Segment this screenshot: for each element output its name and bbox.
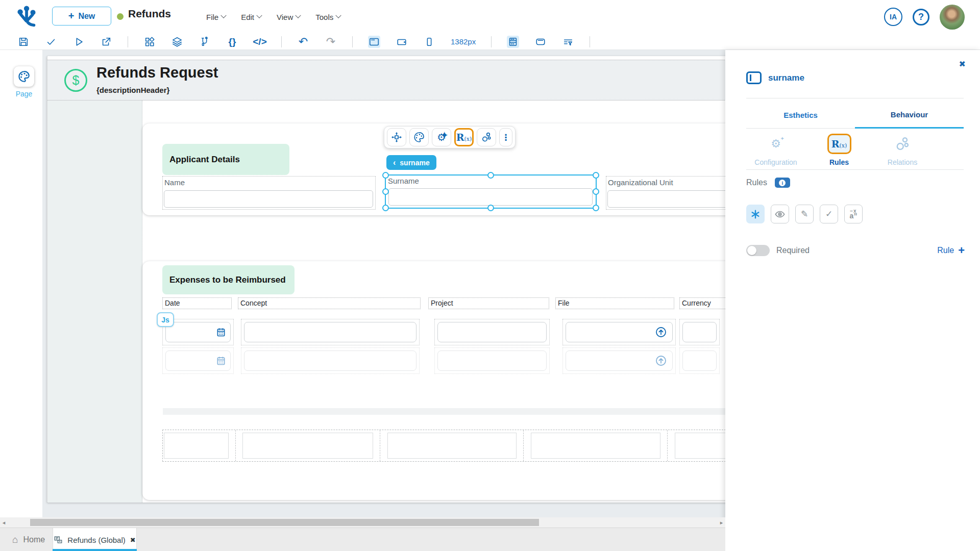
upload-icon[interactable] <box>655 326 667 338</box>
cell-date[interactable] <box>162 347 234 374</box>
empty-cell[interactable] <box>387 433 517 459</box>
cell-file[interactable] <box>562 347 676 374</box>
close-tab-icon[interactable]: ✖ <box>130 536 136 544</box>
set-value-rule-button[interactable]: −xa” <box>844 205 863 223</box>
calendar-icon[interactable] <box>216 356 226 366</box>
page-palette-button[interactable] <box>14 66 34 87</box>
currency-input[interactable] <box>682 322 717 342</box>
data-filter-icon[interactable] <box>562 36 574 48</box>
menu-file[interactable]: File <box>206 13 226 21</box>
validate-icon[interactable] <box>45 36 57 48</box>
selection-handle[interactable] <box>382 172 389 179</box>
new-button[interactable]: + New <box>52 7 111 26</box>
braces-icon[interactable]: {} <box>226 36 238 48</box>
date-input[interactable] <box>165 350 231 371</box>
edit-rule-button[interactable]: ✎ <box>795 205 814 223</box>
file-input[interactable] <box>566 350 673 371</box>
move-icon[interactable] <box>387 128 406 146</box>
tab-refunds-global[interactable]: Refunds (Global) ✖ <box>53 528 137 551</box>
menu-tools[interactable]: Tools <box>315 13 340 21</box>
field-surname-input[interactable] <box>388 188 593 206</box>
cell-project[interactable] <box>434 319 550 345</box>
subtab-configuration[interactable]: ⚙✦ Configuration <box>746 133 805 166</box>
selection-handle[interactable] <box>593 188 599 195</box>
cell-currency[interactable] <box>679 347 720 374</box>
gear-sparkle-icon[interactable]: ⚙✦ <box>432 128 451 146</box>
selection-handle[interactable] <box>382 205 389 211</box>
menu-edit[interactable]: Edit <box>241 13 261 21</box>
cell-file[interactable] <box>562 319 676 345</box>
upload-icon[interactable] <box>655 355 667 367</box>
field-name[interactable]: Name <box>162 176 376 210</box>
layers-icon[interactable] <box>171 36 183 48</box>
column-header-date[interactable]: Date <box>162 297 232 309</box>
design-canvas[interactable]: $ Refunds Request {descriptionHeader} Ap… <box>42 50 725 517</box>
column-header-currency[interactable]: Currency <box>679 297 725 309</box>
palette-icon[interactable] <box>409 128 429 146</box>
expenses-section-title[interactable]: Expenses to be Reimbursed <box>162 265 295 294</box>
code-icon[interactable]: </> <box>254 36 266 48</box>
subtab-rules[interactable]: R(x) Rules <box>810 133 869 166</box>
expenses-group-card[interactable]: Expenses to be Reimbursed Date Concept P… <box>142 261 725 500</box>
horizontal-scrollbar[interactable]: ◂ ▸ <box>0 517 725 528</box>
mobile-view-icon[interactable] <box>423 36 435 48</box>
scrollbar-thumb[interactable] <box>30 519 539 526</box>
undo-icon[interactable]: ↶ <box>297 36 309 48</box>
desktop-view-icon[interactable] <box>368 36 380 48</box>
blocks-icon[interactable] <box>143 36 156 48</box>
help-button[interactable]: ? <box>913 9 929 26</box>
more-options-icon[interactable]: ⋮ <box>499 128 512 146</box>
applicant-group-card[interactable]: Applicant Details Name Surname <box>142 123 725 215</box>
js-script-badge[interactable]: Js <box>157 312 174 327</box>
concept-input[interactable] <box>244 322 416 342</box>
cell-concept[interactable] <box>241 319 420 345</box>
selection-handle[interactable] <box>487 205 494 211</box>
redo-icon[interactable]: ↷ <box>325 36 337 48</box>
scroll-left-icon[interactable]: ◂ <box>0 517 8 528</box>
save-icon[interactable] <box>17 36 30 48</box>
form-header-band[interactable]: $ Refunds Request {descriptionHeader} <box>47 60 725 101</box>
project-input[interactable] <box>437 322 547 342</box>
brand-logo-icon[interactable] <box>15 4 39 30</box>
calendar-icon[interactable] <box>216 327 226 337</box>
subtab-relations[interactable]: Relations <box>873 133 932 166</box>
date-input[interactable] <box>165 322 231 342</box>
cell-project[interactable] <box>434 347 550 374</box>
project-input[interactable] <box>437 350 547 371</box>
connections-icon[interactable] <box>199 36 211 48</box>
tablet-view-icon[interactable] <box>396 36 408 48</box>
visibility-rule-button[interactable] <box>771 205 789 223</box>
cell-currency[interactable] <box>679 319 720 345</box>
ia-assistant-button[interactable]: IA <box>884 8 902 26</box>
empty-cell[interactable] <box>242 433 373 459</box>
currency-input[interactable] <box>682 350 717 371</box>
required-toggle[interactable] <box>746 245 770 256</box>
rules-rx-icon[interactable]: R(x) <box>454 128 474 146</box>
selected-element-chip[interactable]: ‹ surname <box>386 155 436 170</box>
user-avatar[interactable] <box>940 5 965 30</box>
tab-home[interactable]: ⌂ Home <box>12 528 45 551</box>
selection-handle[interactable] <box>593 172 599 179</box>
selection-handle[interactable] <box>382 188 389 195</box>
column-header-concept[interactable]: Concept <box>238 297 421 309</box>
info-icon[interactable]: i <box>775 178 790 188</box>
field-surname-selected[interactable]: Surname <box>385 174 597 209</box>
export-icon[interactable] <box>100 36 112 48</box>
field-name-input[interactable] <box>164 190 373 208</box>
applicant-section-title[interactable]: Applicant Details <box>162 144 289 175</box>
panel-rows-icon[interactable] <box>507 36 519 48</box>
column-header-file[interactable]: File <box>555 297 674 309</box>
empty-cell[interactable] <box>675 433 725 459</box>
cell-concept[interactable] <box>241 347 420 374</box>
selection-handle[interactable] <box>487 172 494 179</box>
close-icon[interactable]: ✖ <box>959 59 966 69</box>
concept-input[interactable] <box>244 350 416 371</box>
validation-rule-button[interactable]: ✓ <box>820 205 838 223</box>
play-icon[interactable] <box>72 36 85 48</box>
left-drop-column[interactable] <box>47 101 142 503</box>
selection-handle[interactable] <box>593 205 599 211</box>
tab-esthetics[interactable]: Esthetics <box>746 102 855 129</box>
scroll-right-icon[interactable]: ▸ <box>718 517 725 528</box>
required-rule-button[interactable] <box>746 205 765 223</box>
menu-view[interactable]: View <box>277 13 300 21</box>
